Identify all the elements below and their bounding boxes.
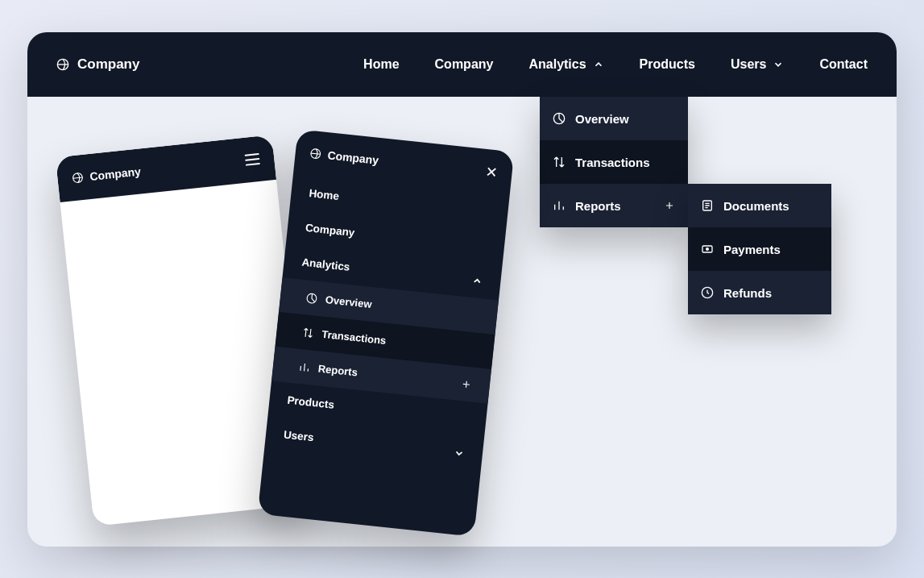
nav-contact[interactable]: Contact: [819, 57, 868, 72]
submenu-documents[interactable]: Documents: [688, 184, 831, 227]
document-icon: [701, 199, 714, 212]
navbar: Company Home Company Analytics Products …: [27, 32, 897, 97]
nav-analytics[interactable]: Analytics: [528, 57, 603, 72]
chevron-up-icon: [593, 59, 604, 70]
brand[interactable]: Company: [56, 56, 139, 73]
payment-icon: [701, 243, 714, 256]
globe-icon: [309, 148, 321, 160]
plus-icon: [664, 200, 675, 211]
close-icon[interactable]: ✕: [485, 164, 499, 180]
arrows-up-down-icon: [302, 326, 314, 339]
pie-chart-icon: [553, 112, 566, 125]
hamburger-icon[interactable]: [245, 153, 260, 166]
nav-users[interactable]: Users: [731, 57, 784, 72]
submenu-payments[interactable]: Payments: [688, 227, 831, 271]
analytics-dropdown: Overview Transactions Reports: [540, 97, 688, 227]
chevron-up-icon: [471, 274, 483, 286]
mobile-brand-label: Company: [89, 164, 142, 183]
dropdown-transactions[interactable]: Transactions: [540, 140, 688, 184]
submenu-refunds[interactable]: Refunds: [688, 271, 831, 314]
mobile-expanded-card: Company ✕ Home Company Analytics Overvie…: [258, 129, 515, 537]
plus-icon: [460, 378, 472, 390]
arrows-up-down-icon: [553, 156, 566, 168]
nav-company[interactable]: Company: [435, 57, 494, 72]
pie-chart-icon: [305, 292, 317, 304]
bar-chart-icon: [553, 199, 566, 212]
dropdown-overview[interactable]: Overview: [540, 97, 688, 140]
chevron-down-icon: [453, 447, 465, 459]
nav-home[interactable]: Home: [363, 57, 399, 72]
refund-icon: [701, 286, 714, 299]
chevron-down-icon: [773, 59, 784, 70]
brand-label: Company: [77, 56, 139, 73]
mobile-collapsed-header: Company: [56, 135, 276, 202]
nav-products[interactable]: Products: [640, 57, 695, 72]
nav-items: Home Company Analytics Products Users: [363, 57, 868, 72]
reports-submenu: Documents Payments Refunds: [688, 184, 831, 314]
svg-point-4: [706, 248, 709, 251]
app-window: Company Home Company Analytics Products …: [27, 32, 897, 547]
bar-chart-icon: [298, 360, 310, 372]
globe-icon: [56, 58, 69, 71]
dropdown-reports[interactable]: Reports: [540, 184, 688, 227]
mobile-brand-label: Company: [327, 148, 379, 167]
globe-icon: [72, 172, 84, 184]
